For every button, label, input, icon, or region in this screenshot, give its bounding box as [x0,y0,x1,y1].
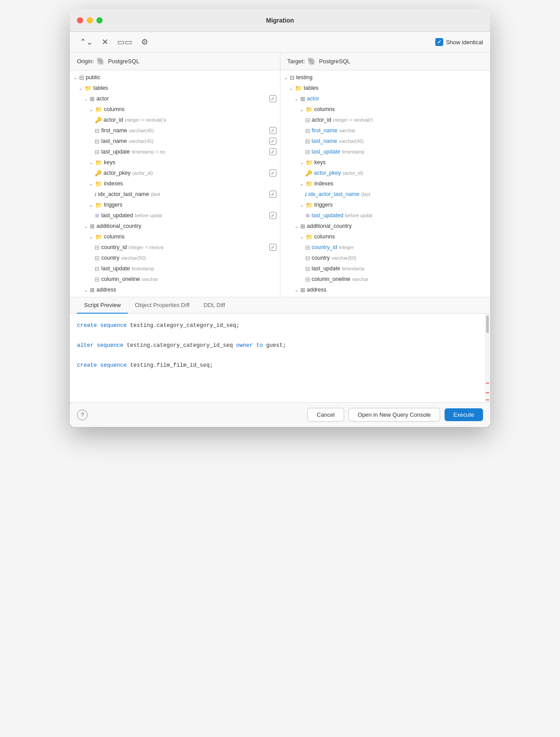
tree-row[interactable]: ⊟ country varchar(50) [70,253,280,263]
tree-row[interactable]: ⌄ ⊟ public [70,72,280,83]
idx-checkbox[interactable] [269,191,276,198]
actor-checkbox[interactable] [269,95,276,102]
tree-row[interactable]: ⊟ last_name varchar(45) [280,136,491,146]
tree-row[interactable]: ⌄ 📁 columns [280,104,491,115]
tree-row[interactable]: ⌄ 📁 triggers [70,200,280,210]
close-button-toolbar[interactable]: ✕ [99,35,111,49]
maximize-button[interactable] [96,17,103,23]
folder-icon: 📁 [95,202,102,208]
tree-row[interactable]: ⊟ first_name varchar(45) [70,125,280,136]
tab-script-preview[interactable]: Script Preview [77,297,128,314]
script-content: create sequence testing.category_categor… [70,314,490,402]
tree-row[interactable]: ⊟ country varchar(50) [280,253,491,263]
origin-header: Origin: 🐘 PostgreSQL [70,53,280,70]
tree-row[interactable]: ⊟ last_name varchar(45) [70,136,280,146]
node-name: actor [307,96,319,102]
tree-row[interactable]: ⌄ ⊞ address [280,284,491,295]
trigger-icon: ≋ [95,212,100,219]
tree-row[interactable]: ⊟ column_oneline varchar [70,274,280,284]
last-update-checkbox[interactable] [269,148,276,155]
folder-icon: 📁 [95,180,102,187]
execute-button[interactable]: Execute [445,408,483,421]
schema-name: testing [296,74,313,81]
tree-row[interactable]: ⊟ last_update timestamp [280,263,491,274]
tree-row[interactable]: ⌄ 📁 triggers [280,200,491,210]
tree-row[interactable]: ⌄ 📁 keys [280,157,491,168]
node-name: idx_actor_last_name [98,191,149,197]
node-type: (actor_id) [132,170,153,176]
schema-button[interactable]: ▭▭ [115,35,135,49]
tree-row[interactable]: ⌄ ⊞ additional_country [70,221,280,231]
tree-row[interactable]: ⌄ ⊟ testing [280,72,491,83]
col-icon: ⊟ [95,149,100,155]
tree-row[interactable]: ⊟ column_oneline varchar [280,274,491,284]
tree-row[interactable]: ⊟ country_id integer [280,242,491,253]
code-text: testing.category_category_id_seq [127,342,237,349]
node-name: last_name [312,138,338,144]
tree-row[interactable]: ⌄ 📁 indexes [280,178,491,189]
cancel-button[interactable]: Cancel [307,408,344,422]
tree-row[interactable]: ⌄ 📁 indexes [70,178,280,189]
checkbox-cell [269,244,276,251]
help-button[interactable]: ? [77,410,88,420]
col-icon: ⊟ [95,255,100,261]
chevron-icon: ⌄ [300,234,304,239]
settings-button[interactable]: ⚙ [138,35,151,49]
table-icon: ⊞ [90,96,95,102]
chevron-icon: ⌄ [79,86,83,91]
tree-row[interactable]: i idx_actor_last_name (last [280,189,491,200]
chevron-icon: ⌄ [284,75,288,80]
checkbox-cell [269,127,276,134]
tree-row[interactable]: ⌄ ⊞ actor [280,93,491,104]
node-type: varchar(45) [129,128,153,133]
checkbox-cell [269,95,276,102]
trigger-checkbox[interactable] [269,212,276,219]
folder-icon: 📁 [95,159,102,166]
close-button[interactable] [77,17,83,23]
tree-row[interactable]: ⊟ last_update timestamp = no [70,146,280,157]
node-name: actor_pkey [314,170,341,176]
node-name: last_name [101,138,127,144]
first-name-checkbox[interactable] [269,127,276,134]
last-name-checkbox[interactable] [269,138,276,145]
tree-row[interactable]: ⊟ last_update timestamp [70,263,280,274]
node-type: varchar [339,128,356,133]
tree-row[interactable]: ⊟ first_name varchar [280,125,491,136]
tree-row[interactable]: ⌄ ⊞ address [70,284,280,295]
tree-row[interactable]: ⊟ last_update timestamp [280,146,491,157]
tree-row[interactable]: i idx_actor_last_name (last [70,189,280,200]
folder-icon: 📁 [306,202,313,208]
tree-row[interactable]: ⌄ 📁 tables [70,83,280,93]
show-identical-checkbox[interactable] [435,38,443,46]
actor-pkey-checkbox[interactable] [269,169,276,177]
tab-object-properties-diff[interactable]: Object Properties Diff [128,297,196,314]
scrollbar-thumb[interactable] [486,315,489,333]
tree-row[interactable]: ≋ last_updated before updat [280,210,491,221]
tree-row[interactable]: ≋ last_updated before updat [70,210,280,221]
main-window: Migration ⌃⌄ ✕ ▭▭ ⚙ Show identical Origi… [70,9,490,427]
tree-row[interactable]: ⌄ 📁 columns [70,231,280,242]
tree-row[interactable]: 🔑 actor_pkey (actor_id) [280,168,491,178]
node-name: last_updated [101,212,133,219]
minimize-button[interactable] [87,17,93,23]
checkbox-cell [269,191,276,198]
window-title: Migration [266,17,294,24]
tree-row[interactable]: ⌄ 📁 keys [70,157,280,168]
tree-row[interactable]: ⌄ ⊞ actor [70,93,280,104]
script-section: Script Preview Object Properties Diff DD… [70,297,490,402]
keyword-create: create [77,322,97,329]
expand-collapse-button[interactable]: ⌃⌄ [77,35,96,49]
tree-row[interactable]: ⌄ ⊞ additional_country [280,221,491,231]
node-name: columns [315,106,335,112]
scrollbar[interactable] [485,314,490,402]
open-in-new-query-console-button[interactable]: Open in New Query Console [349,408,440,422]
tree-row[interactable]: ⊟ actor_id integer = nextval('t [280,115,491,125]
tree-row[interactable]: 🔑 actor_id integer = nextval('a [70,115,280,125]
tree-row[interactable]: ⌄ 📁 tables [280,83,491,93]
tab-ddl-diff[interactable]: DDL Diff [196,297,232,314]
tree-row[interactable]: ⌄ 📁 columns [280,231,491,242]
tree-row[interactable]: ⌄ 📁 columns [70,104,280,115]
tree-row[interactable]: ⊟ country_id integer = nextva [70,242,280,253]
country-id-checkbox[interactable] [269,244,276,251]
tree-row[interactable]: 🔑 actor_pkey (actor_id) [70,168,280,178]
